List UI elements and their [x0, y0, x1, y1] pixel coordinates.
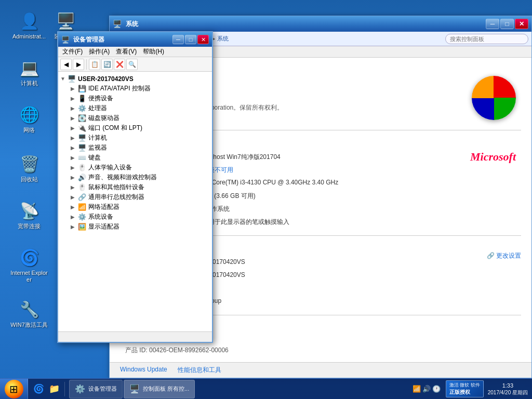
tree-item[interactable]: ▶ ⚙️ 系统设备 — [60, 212, 210, 222]
dm-title-text: 设备管理器 — [73, 35, 170, 44]
tree-item-icon: 🔊 — [78, 174, 86, 181]
tree-expand-icon: ▶ — [71, 214, 76, 220]
tree-root-expand: ▼ — [60, 76, 65, 82]
tree-item-label: 端口 (COM 和 LPT) — [88, 124, 142, 132]
taskbar-item-dm[interactable]: ⚙️ 设备管理器 — [69, 380, 123, 398]
icon-img-network: 🌐 — [19, 104, 39, 125]
dm-scan-button[interactable]: 🔍 — [126, 59, 138, 70]
tray-date-text: 2017/4/20 星期四 — [488, 389, 528, 396]
tree-item[interactable]: ▶ 💾 IDE ATA/ATAPI 控制器 — [60, 84, 210, 94]
dm-forward-button[interactable]: ▶ — [73, 59, 84, 70]
dm-toolbar: ◀ ▶ 📋 🔄 ❌ 🔍 — [58, 57, 212, 72]
tree-item-icon: 🔗 — [78, 193, 86, 201]
tree-item[interactable]: ▶ 🔗 通用串行总线控制器 — [60, 192, 210, 202]
cp-maximize-button[interactable]: □ — [500, 19, 514, 29]
desktop-icon-win7-tool[interactable]: 🔧 WIN7激活工具 — [10, 299, 48, 328]
tree-item-label: 声音、视频和游戏控制器 — [88, 173, 157, 182]
tree-item[interactable]: ▶ 🔌 端口 (COM 和 LPT) — [60, 123, 210, 133]
desktop-icon-recycle-bin[interactable]: 🗑️ 回收站 — [10, 153, 48, 183]
change-settings-link[interactable]: 🔗 更改设置 — [487, 251, 521, 260]
dm-menu-view[interactable]: 查看(V) — [113, 47, 140, 57]
windows-update-link[interactable]: Windows Update — [120, 366, 167, 375]
desc-value — [190, 283, 486, 295]
tree-expand-icon: ▶ — [71, 135, 76, 141]
dm-back-button[interactable]: ◀ — [60, 59, 72, 70]
tree-item[interactable]: ▶ 🖱️ 鼠标和其他指针设备 — [60, 182, 210, 192]
tree-item-icon: ⌨️ — [78, 154, 86, 162]
cp-titlebar: 🖥️ 系统 ─ □ ✕ — [110, 16, 531, 32]
tree-item-icon: 📶 — [78, 203, 86, 211]
desktop: 👤 Administrat... 🖥️ 装机软件 💻 计算机 🌐 网络 🗑️ 回… — [0, 0, 532, 399]
tree-item[interactable]: ▶ ⚙️ 处理器 — [60, 103, 210, 113]
icon-label-broadband: 宽带连接 — [18, 223, 41, 230]
dm-uninstall-button[interactable]: ❌ — [114, 59, 125, 70]
tree-item-label: 显示适配器 — [88, 222, 119, 231]
cp-title-icon: 🖥️ — [113, 20, 122, 28]
dm-menu-help[interactable]: 帮助(H) — [140, 47, 167, 57]
cp-close-button[interactable]: ✕ — [515, 19, 528, 29]
start-orb: ⊞ — [5, 380, 23, 398]
tree-expand-icon: ▶ — [71, 155, 76, 161]
taskbar-item-cp[interactable]: 🖥️ 控制面板 所有控... — [124, 380, 195, 398]
rating-value[interactable]: 系统分级不可用 — [190, 164, 400, 176]
tree-item-icon: 🖱️ — [78, 164, 86, 171]
search-input[interactable] — [445, 34, 528, 44]
desktop-icon-computer[interactable]: 💻 计算机 — [10, 57, 48, 87]
tree-item-label: IDE ATA/ATAPI 控制器 — [88, 84, 151, 93]
tree-item[interactable]: ▶ 📱 便携设备 — [60, 94, 210, 103]
device-manager-window: 🖥️ 设备管理器 ─ □ ✕ 文件(F) 操作(A) 查看(V) 帮助(H) ◀… — [57, 31, 213, 343]
dm-update-button[interactable]: 🔄 — [101, 59, 113, 70]
dm-props-button[interactable]: 📋 — [89, 59, 100, 70]
tree-item-label: 网络适配器 — [88, 203, 119, 211]
dm-restore-button[interactable]: □ — [185, 35, 196, 44]
tree-item[interactable]: ▶ 🔊 声音、视频和游戏控制器 — [60, 172, 210, 182]
ql-explorer[interactable]: 📁 — [47, 382, 61, 396]
icon-label-ie: Internet Explorer — [10, 270, 48, 283]
tree-item[interactable]: ▶ 📶 网络适配器 — [60, 202, 210, 212]
tree-item[interactable]: ▶ 💽 磁盘驱动器 — [60, 113, 210, 123]
dm-menu-action[interactable]: 操作(A) — [86, 47, 113, 57]
tray-clock[interactable]: 1:33 2017/4/20 星期四 — [488, 382, 528, 396]
taskbar: ⊞ 🌀 📁 ⚙️ 设备管理器 🖥️ 控制面板 所有控... 📶 🔊 🕐 — [0, 378, 532, 399]
dm-minimize-button[interactable]: ─ — [172, 35, 184, 44]
dm-menu-file[interactable]: 文件(F) — [59, 47, 86, 57]
tray-volume-icon[interactable]: 🔊 — [422, 385, 431, 393]
taskbar-items: ⚙️ 设备管理器 🖥️ 控制面板 所有控... — [67, 380, 408, 398]
tree-item[interactable]: ▶ 🖥️ 计算机 — [60, 133, 210, 143]
start-button[interactable]: ⊞ — [0, 379, 28, 400]
cp-minimize-button[interactable]: ─ — [486, 19, 499, 29]
performance-info-link[interactable]: 性能信息和工具 — [178, 366, 221, 375]
tree-expand-icon: ▶ — [71, 194, 76, 200]
tree-item-label: 系统设备 — [88, 212, 113, 221]
ql-ie[interactable]: 🌀 — [31, 382, 46, 396]
taskbar-dm-icon: ⚙️ — [75, 384, 85, 394]
tray-time-text: 1:33 — [488, 382, 528, 389]
tree-item[interactable]: ▶ 🖥️ 监视器 — [60, 143, 210, 153]
win-activation-badge: 激活 微软 软件 正版授权 — [446, 380, 484, 397]
tree-expand-icon: ▶ — [71, 96, 76, 101]
type-value: 64 位操作系统 — [190, 203, 400, 215]
tree-expand-icon: ▶ — [71, 175, 76, 180]
breadcrumb-system[interactable]: 系统 — [217, 35, 229, 43]
cp-title-text: 系统 — [126, 20, 484, 29]
icon-label-recycle-bin: 回收站 — [21, 176, 38, 183]
tray-network-icon[interactable]: 📶 — [413, 385, 421, 393]
ram-value: 4.00 GB (3.66 GB 可用) — [190, 190, 400, 202]
desktop-icon-admin[interactable]: 👤 Administrat... — [10, 10, 48, 40]
icon-img-admin: 👤 — [19, 10, 39, 31]
tree-item[interactable]: ▶ 🖱️ 人体学输入设备 — [60, 163, 210, 172]
icon-img-ie: 🌀 — [19, 247, 39, 268]
desktop-icon-ie[interactable]: 🌀 Internet Explorer — [10, 247, 48, 283]
desktop-icon-broadband[interactable]: 📡 宽带连接 — [10, 200, 48, 230]
tree-expand-icon: ▶ — [71, 115, 76, 121]
icon-img-broadband: 📡 — [19, 200, 39, 221]
dm-close-button[interactable]: ✕ — [197, 35, 209, 44]
taskbar-dm-label: 设备管理器 — [88, 385, 117, 393]
tree-root-node[interactable]: ▼ 🖥️ USER-20170420VS — [60, 74, 210, 84]
tree-item[interactable]: ▶ 🖼️ 显示适配器 — [60, 222, 210, 232]
icon-img-recycle-bin: 🗑️ — [19, 153, 39, 174]
dm-menubar: 文件(F) 操作(A) 查看(V) 帮助(H) — [58, 47, 212, 57]
dm-title-icon: 🖥️ — [61, 36, 70, 44]
tree-item[interactable]: ▶ ⌨️ 键盘 — [60, 153, 210, 163]
desktop-icon-network[interactable]: 🌐 网络 — [10, 104, 48, 134]
